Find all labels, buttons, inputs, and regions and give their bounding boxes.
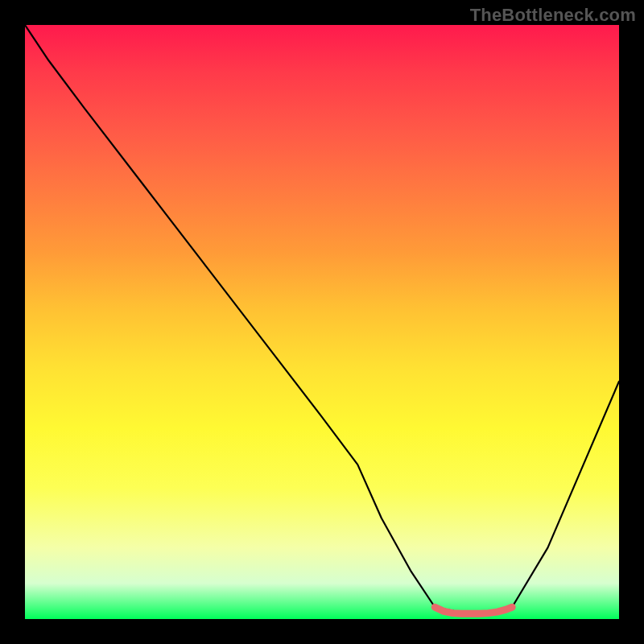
watermark-text: TheBottleneck.com <box>470 5 636 26</box>
plot-area <box>25 25 619 619</box>
curve-layer <box>25 25 619 619</box>
bottleneck-curve <box>25 25 619 613</box>
chart-container: TheBottleneck.com <box>0 0 644 644</box>
valley-highlight <box>435 607 512 613</box>
